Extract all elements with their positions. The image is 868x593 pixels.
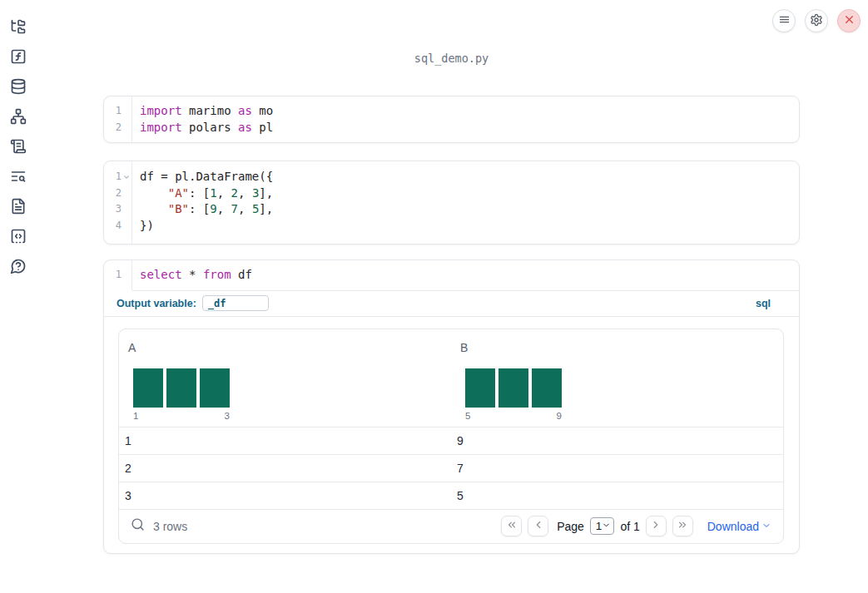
sidebar-item-datasources[interactable] [0,72,37,102]
line-number: 2 [104,185,122,202]
fold-spacer [122,185,131,202]
fold-spacer [122,120,131,136]
data-table: A 1 3 B [118,329,784,544]
gutter-divider [131,96,132,142]
code-token: import [140,104,182,117]
table-cell: 3 [119,489,451,502]
search-icon[interactable] [131,517,145,535]
chevron-left-icon [533,519,544,533]
sidebar-item-snippets[interactable] [0,222,37,252]
sidebar [0,12,37,282]
histogram-bar [532,368,562,408]
table-row: 27 [119,454,783,482]
sql-editor[interactable]: 1select * from df [104,267,799,284]
notebook-filename: sql_demo.py [103,52,800,65]
table-cell: 5 [451,489,783,502]
code-token: "B" [168,202,189,215]
column-histogram: 1 3 [133,368,230,421]
code-token: mo [252,104,273,117]
sidebar-item-documentation[interactable] [0,192,37,222]
code-token: ], [259,202,273,215]
close-icon [843,13,856,28]
page-label: Page [557,520,584,533]
code-editor[interactable]: 1import marimo as mo2import polars as pl [104,103,799,136]
histogram-min-label: 1 [133,411,138,421]
sidebar-item-file-explorer[interactable] [0,12,37,42]
last-page-button[interactable] [672,516,693,536]
gutter-divider [131,260,132,290]
code-token: 1 [210,186,216,200]
chevron-down-icon [602,520,611,532]
fold-spacer [122,267,131,284]
column-header-a[interactable]: A 1 3 [119,341,451,427]
line-number: 3 [104,201,122,218]
code-token: "A" [168,186,189,200]
code-token: pl [252,121,273,134]
sql-editor-wrap: 1select * from df [104,260,799,290]
fold-spacer [122,103,131,120]
table-cell: 7 [451,462,783,475]
gear-icon [810,13,823,29]
line-number: 1 [104,267,122,284]
histogram-max-label: 9 [557,411,562,421]
previous-page-button[interactable] [528,516,548,536]
code-cell-dataframe[interactable]: 1df = pl.DataFrame({2 "A": [1, 2, 3],3 "… [103,161,800,245]
column-header-b[interactable]: B 5 9 [451,341,783,427]
page-select[interactable]: 1 [590,517,615,535]
histogram-bar [200,368,230,408]
code-token: as [238,104,252,117]
line-number: 1 [104,103,122,120]
code-token: ], [259,186,273,200]
code-token: , [217,202,231,215]
code-token: , [238,202,252,215]
chevrons-right-icon [677,519,688,533]
code-token: : [ [189,202,210,215]
code-token: * [182,268,203,281]
chevron-right-icon [650,519,662,533]
code-token: , [238,186,252,200]
sql-cell: 1select * from df Output variable: sql A… [103,259,800,554]
code-line: 2 "A": [1, 2, 3], [104,185,799,202]
chevrons-left-icon [506,519,518,533]
fold-spacer [122,218,131,235]
code-token: df [231,268,252,281]
code-token: from [203,268,231,281]
pagination: Page 1 of 1 Download [501,516,771,536]
download-button[interactable]: Download [707,520,771,533]
line-number: 4 [104,218,122,235]
histogram-min-label: 5 [465,411,470,421]
code-editor[interactable]: 1df = pl.DataFrame({2 "A": [1, 2, 3],3 "… [104,169,799,234]
notebook: sql_demo.py 1import marimo as mo2import … [103,0,800,554]
code-line: 1import marimo as mo [104,103,799,120]
next-page-button[interactable] [646,516,667,536]
first-page-button[interactable] [501,516,522,536]
cell-output: A 1 3 B [104,317,799,553]
output-variable-input[interactable] [202,295,269,311]
table-row: 19 [119,427,783,454]
histogram-bar [498,368,528,408]
chevron-down-icon [761,520,771,533]
sidebar-item-functions[interactable] [0,42,37,72]
gutter-divider [131,161,132,244]
fold-chevron-icon[interactable] [122,169,131,185]
code-token [140,202,168,215]
histogram-bar [166,368,196,408]
folder-tree-icon [10,18,27,37]
histogram-bar [465,368,495,408]
code-line: 4}) [104,218,799,235]
sidebar-item-search[interactable] [0,162,37,192]
sql-language-badge: sql [756,298,771,309]
code-line: 1df = pl.DataFrame({ [104,169,799,185]
table-header: A 1 3 B [119,329,783,427]
code-cell-imports[interactable]: 1import marimo as mo2import polars as pl [103,96,800,143]
settings-button[interactable] [805,9,828,32]
sidebar-item-dependencies[interactable] [0,102,37,132]
column-histogram: 5 9 [465,368,562,421]
network-icon [10,108,27,127]
code-line: 1select * from df [104,267,799,284]
database-icon [10,78,27,97]
sidebar-item-help[interactable] [0,252,37,282]
shutdown-button[interactable] [837,9,861,32]
table-footer: 3 rows Page 1 of 1 [119,509,783,543]
sidebar-item-logs[interactable] [0,132,37,162]
